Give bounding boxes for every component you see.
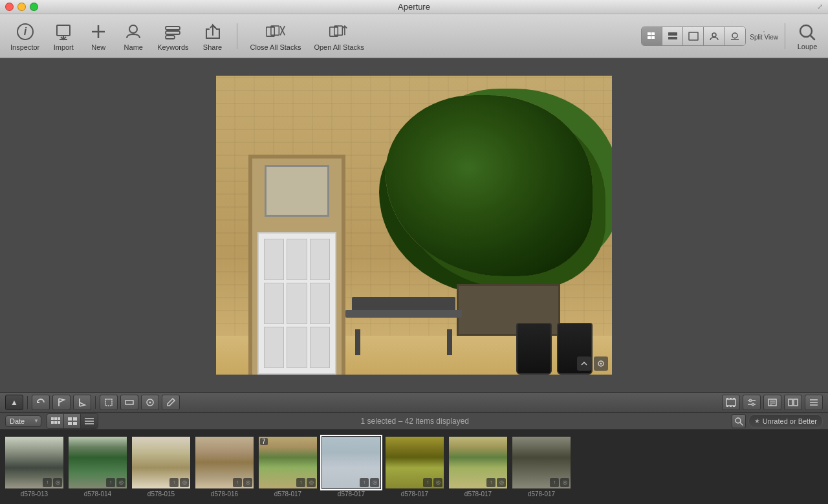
thumb-action-icon-014[interactable]: ↑ <box>106 478 115 487</box>
filter-input[interactable]: ★ Unrated or Better <box>748 414 823 428</box>
svg-rect-52 <box>789 399 792 406</box>
svg-rect-2 <box>57 25 70 36</box>
thumbnail-017c[interactable]: ↑ ◎ d578-017 <box>386 437 444 498</box>
thumbnail-015[interactable]: ↑ ◎ d578-015 <box>132 437 190 498</box>
thumbnail-013[interactable]: ↑ ◎ d578-013 <box>5 437 63 498</box>
title-bar: Aperture ⤢ <box>0 0 828 14</box>
door-panel <box>264 327 284 368</box>
open-stacks-icon <box>329 21 349 42</box>
toolbar: i Inspector Import New <box>0 14 828 58</box>
thumb-action-icon-017c[interactable]: ↑ <box>423 478 432 487</box>
door-panels <box>259 234 335 373</box>
keywords-button[interactable]: Keywords <box>152 19 193 54</box>
filter-label: Unrated or Better <box>763 417 817 425</box>
plant <box>386 95 593 276</box>
loupe-button[interactable]: Loupe <box>792 19 823 53</box>
svg-rect-53 <box>794 399 798 406</box>
photo-action-btn-2[interactable] <box>594 356 608 371</box>
photo-action-btn-1[interactable] <box>577 356 591 371</box>
split-view-label: Split View <box>750 34 778 41</box>
filter-search-button[interactable] <box>732 414 746 428</box>
close-button[interactable] <box>5 3 14 11</box>
retouch-tool-button[interactable] <box>141 395 159 410</box>
main-content: ▲ <box>0 58 828 504</box>
bench-leg-left <box>355 329 360 355</box>
thumb-overlay-017a: ↑ ◎ <box>296 478 316 487</box>
svg-point-45 <box>749 399 752 402</box>
browser-view-button[interactable] <box>662 27 683 45</box>
thumbnail-017-stack[interactable]: 7 ↑ ◎ d578-017 <box>259 437 317 498</box>
photo-scene <box>216 76 612 375</box>
thumb-action-icon-017d[interactable]: ↑ <box>486 478 496 487</box>
thumb-image-017-selected: ↑ ◎ <box>322 437 380 488</box>
thumb-image-014: ↑ ◎ <box>69 437 127 488</box>
grid-view-button[interactable] <box>642 27 662 45</box>
compare-button[interactable] <box>784 395 802 410</box>
straighten-tool-button[interactable] <box>120 395 138 410</box>
new-icon <box>88 21 109 42</box>
thumb-target-icon-017b[interactable]: ◎ <box>370 478 379 487</box>
import-button[interactable]: Import <box>47 19 80 54</box>
thumbnail-016[interactable]: ↑ ◎ d578-016 <box>195 437 254 498</box>
thumb-target-icon-015[interactable]: ◎ <box>180 478 189 487</box>
metadata-button[interactable] <box>763 395 781 410</box>
flag-button[interactable] <box>52 395 71 410</box>
toolbar-separator-1 <box>237 23 237 49</box>
thumb-action-icon-013[interactable]: ↑ <box>43 478 52 487</box>
thumb-image-017c: ↑ ◎ <box>386 437 444 488</box>
new-button[interactable]: New <box>82 19 114 54</box>
share-button[interactable]: Share <box>197 19 229 54</box>
thumb-action-icon-015[interactable]: ↑ <box>169 478 179 487</box>
single-view-button[interactable] <box>683 27 704 45</box>
thumb-target-icon-013[interactable]: ◎ <box>53 478 62 487</box>
svg-rect-33 <box>105 399 112 406</box>
adjustments-button[interactable] <box>743 395 761 410</box>
maximize-button[interactable] <box>30 3 38 11</box>
thumb-action-icon-016[interactable]: ↑ <box>233 478 242 487</box>
resize-handle[interactable]: ⤢ <box>817 3 823 11</box>
compact-toggle-button[interactable] <box>64 414 81 428</box>
thumb-action-icon-017e[interactable]: ↑ <box>550 478 559 487</box>
rotate-left-button[interactable] <box>32 395 50 410</box>
reject-button[interactable] <box>73 395 91 410</box>
thumb-overlay-017d: ↑ ◎ <box>486 478 506 487</box>
thumbnail-017e[interactable]: ↑ ◎ d578-017 <box>512 437 571 498</box>
thumb-label-017b: d578-017 <box>338 490 365 498</box>
open-all-stacks-button[interactable]: Open All Stacks <box>309 19 369 54</box>
thumb-target-icon-017a[interactable]: ◎ <box>307 478 316 487</box>
people-view-button[interactable] <box>704 27 724 45</box>
svg-rect-37 <box>726 399 735 406</box>
inspector-icon: i <box>15 21 36 42</box>
keywords-icon <box>162 21 183 42</box>
thumb-overlay-013: ↑ ◎ <box>43 478 62 487</box>
select-tool-button[interactable]: ▲ <box>5 395 23 410</box>
list-toggle-button[interactable] <box>81 414 98 428</box>
window-controls[interactable] <box>5 3 38 11</box>
thumb-target-icon-017e[interactable]: ◎ <box>560 478 569 487</box>
filmstrip-view-button[interactable] <box>722 395 740 410</box>
main-photo[interactable] <box>216 76 612 375</box>
map-view-button[interactable] <box>724 27 745 45</box>
name-button[interactable]: Name <box>117 19 149 54</box>
thumb-action-icon-017a[interactable]: ↑ <box>296 478 305 487</box>
svg-rect-8 <box>166 27 180 30</box>
inspector-button[interactable]: i Inspector <box>5 19 45 54</box>
thumbnail-017-selected[interactable]: ↑ ◎ d578-017 <box>322 437 380 498</box>
svg-rect-19 <box>648 32 651 35</box>
close-all-stacks-button[interactable]: Close All Stacks <box>245 19 307 54</box>
svg-rect-57 <box>51 417 54 420</box>
grid-toggle-button[interactable] <box>47 414 64 428</box>
crop-tool-button[interactable] <box>100 395 118 410</box>
minimize-button[interactable] <box>17 3 26 11</box>
list-view-button[interactable] <box>805 395 823 410</box>
thumb-target-icon-016[interactable]: ◎ <box>243 478 252 487</box>
thumb-target-icon-017d[interactable]: ◎ <box>497 478 506 487</box>
toolbar-separator-2 <box>785 23 785 49</box>
thumbnail-017d[interactable]: ↑ ◎ d578-017 <box>449 437 507 498</box>
thumb-target-icon-014[interactable]: ◎ <box>116 478 125 487</box>
thumb-target-icon-017c[interactable]: ◎ <box>433 478 442 487</box>
thumbnail-014[interactable]: ↑ ◎ d578-014 <box>69 437 127 498</box>
sort-select[interactable]: Date Rating Name <box>5 415 41 427</box>
brush-tool-button[interactable] <box>162 395 180 410</box>
thumb-action-icon-017b[interactable]: ↑ <box>360 478 369 487</box>
